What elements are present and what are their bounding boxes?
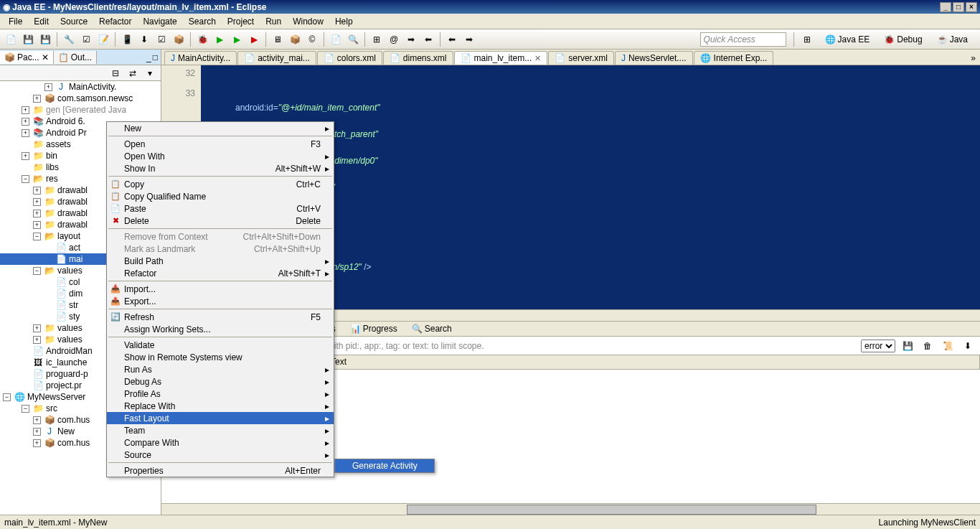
ctx-assign-working-sets[interactable]: Assign Working Sets... [107, 323, 334, 335]
menu-run[interactable]: Run [260, 15, 287, 28]
tree-item[interactable]: str [69, 300, 78, 310]
toggle-button[interactable]: ⊞ [369, 32, 385, 47]
tree-item[interactable]: com.hus [57, 438, 90, 448]
link-editor-button[interactable]: ⇄ [125, 65, 141, 81]
new-server-button[interactable]: 🖥 [270, 32, 286, 47]
ctx-run-as[interactable]: Run As▸ [107, 363, 334, 375]
menu-source[interactable]: Source [55, 15, 93, 28]
context-menu[interactable]: New▸ OpenF3 Open With▸ Show InAlt+Shift+… [106, 121, 334, 477]
tree-item[interactable]: drawabl [57, 208, 88, 218]
logcat-horizontal-scrollbar[interactable] [161, 503, 980, 515]
toolbar-button[interactable]: ☑ [78, 32, 94, 47]
tree-item[interactable]: Android Pr [46, 128, 87, 138]
tree-item[interactable]: sty [69, 312, 80, 322]
context-submenu[interactable]: Generate Activity [334, 459, 435, 473]
editor-menu-button[interactable]: » [971, 53, 976, 63]
expand-toggle[interactable]: − [33, 267, 41, 275]
menu-window[interactable]: Window [287, 15, 329, 28]
expand-toggle[interactable]: + [33, 198, 41, 206]
tree-item[interactable]: project.pr [46, 380, 82, 390]
new-button[interactable]: 📄 [3, 32, 19, 47]
ctx-refresh[interactable]: 🔄RefreshF5 [107, 311, 334, 323]
expand-toggle[interactable]: + [44, 83, 52, 91]
tree-item[interactable]: assets [46, 139, 71, 149]
tree-item[interactable]: MainActivity. [69, 82, 116, 92]
submenu-generate-activity[interactable]: Generate Activity [335, 459, 434, 472]
tree-item[interactable]: src [46, 403, 57, 413]
new-class-button[interactable]: © [304, 32, 320, 47]
tree-item[interactable]: libs [46, 162, 59, 172]
menu-refactor[interactable]: Refactor [93, 15, 137, 28]
ctx-profile-as[interactable]: Profile As▸ [107, 388, 334, 400]
expand-toggle[interactable]: − [22, 175, 29, 183]
ctx-team[interactable]: Team▸ [107, 424, 334, 436]
editor-tab[interactable]: 📄activity_mai... [237, 51, 316, 65]
tree-item[interactable]: col [69, 277, 80, 287]
expand-toggle[interactable]: − [33, 233, 41, 240]
logcat-level-select[interactable]: error [861, 340, 895, 352]
expand-toggle[interactable]: + [22, 152, 29, 160]
expand-toggle[interactable]: + [22, 129, 29, 137]
tree-item[interactable]: MyNewsServer [27, 392, 85, 402]
minimize-view-button[interactable]: _ [146, 52, 151, 62]
tree-item[interactable]: com.samson.newsc [57, 93, 133, 103]
perspective-javaee[interactable]: 🌐 Java EE [820, 32, 875, 47]
expand-toggle[interactable]: + [33, 187, 41, 195]
expand-toggle[interactable]: + [33, 416, 41, 424]
annotation-button[interactable]: @ [386, 32, 402, 47]
ctx-new[interactable]: New▸ [107, 122, 334, 134]
maximize-button[interactable]: □ [953, 2, 964, 12]
tree-item[interactable]: com.hus [57, 415, 90, 425]
ctx-copy[interactable]: 📋CopyCtrl+C [107, 178, 334, 190]
tab-package-explorer[interactable]: 📦 Pac... ✕ [0, 51, 54, 64]
tree-item[interactable]: drawabl [57, 197, 88, 207]
save-button[interactable]: 💾 [20, 32, 36, 47]
tree-item[interactable]: act [69, 243, 80, 253]
expand-toggle[interactable]: − [22, 405, 29, 413]
new-package-button[interactable]: 📦 [287, 32, 303, 47]
ctx-open[interactable]: OpenF3 [107, 138, 334, 150]
tree-item[interactable]: New [57, 426, 75, 436]
ctx-fast-layout[interactable]: Fast Layout▸ [107, 412, 334, 424]
perspective-debug[interactable]: 🐞 Debug [879, 32, 927, 47]
ctx-delete[interactable]: ✖DeleteDelete [107, 215, 334, 227]
ctx-debug-as[interactable]: Debug As▸ [107, 375, 334, 388]
back-button[interactable]: ⬅ [444, 32, 460, 47]
search-button[interactable]: 🔍 [345, 32, 361, 47]
debug-button[interactable]: 🐞 [194, 32, 210, 47]
external-tools-button[interactable]: ▶ [246, 32, 262, 47]
editor-tab[interactable]: JMainActivity... [164, 51, 237, 65]
expand-toggle[interactable]: + [33, 95, 41, 103]
editor-tab[interactable]: 📄colors.xml [317, 51, 382, 65]
ctx-validate[interactable]: Validate [107, 339, 334, 351]
ctx-replace-with[interactable]: Replace With▸ [107, 400, 334, 412]
saveall-button[interactable]: 💾 [37, 32, 53, 47]
close-tab-button[interactable]: ✕ [534, 54, 541, 63]
ctx-show-remote[interactable]: Show in Remote Systems view [107, 351, 334, 363]
save-log-button[interactable]: 💾 [900, 338, 915, 354]
quick-access-input[interactable]: Quick Access [700, 32, 786, 47]
menu-file[interactable]: File [3, 15, 28, 28]
tree-item[interactable]: dim [69, 289, 83, 299]
tree-item[interactable]: proguard-p [46, 369, 88, 379]
menu-help[interactable]: Help [329, 15, 359, 28]
expand-toggle[interactable]: + [33, 428, 41, 436]
ctx-export[interactable]: 📤Export... [107, 295, 334, 307]
run-last-button[interactable]: ▶ [229, 32, 245, 47]
avd-button[interactable]: 📱 [119, 32, 135, 47]
down-button[interactable]: ⬇ [960, 338, 976, 354]
scroll-lock-button[interactable]: 📜 [940, 338, 956, 354]
expand-toggle[interactable]: + [22, 106, 29, 114]
tree-item[interactable]: values [57, 266, 83, 276]
ctx-build-path[interactable]: Build Path▸ [107, 255, 334, 267]
tab-progress[interactable]: 📊 Progress [346, 322, 402, 335]
run-button[interactable]: ▶ [212, 32, 227, 47]
tree-item[interactable]: gen [Generated Java [46, 105, 126, 115]
expand-toggle[interactable]: − [3, 393, 11, 401]
editor-tab[interactable]: JNewsServlet.... [615, 51, 693, 65]
ctx-properties[interactable]: PropertiesAlt+Enter [107, 464, 334, 477]
next-button[interactable]: ➡ [403, 32, 419, 47]
view-menu-button[interactable]: ▾ [142, 65, 158, 81]
toolbar-button[interactable]: 🔧 [61, 32, 77, 47]
menu-search[interactable]: Search [183, 15, 222, 28]
